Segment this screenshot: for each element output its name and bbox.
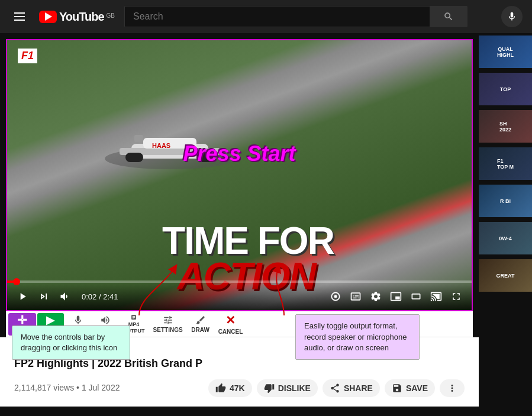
- tooltip-right-text: Easily toggle output format, record spea…: [304, 321, 407, 351]
- mini-player-button[interactable]: [388, 288, 404, 305]
- fullscreen-button[interactable]: [448, 288, 465, 305]
- main-layout: HAAS Press Start TIME FOR ACTION F1: [0, 33, 532, 416]
- more-button[interactable]: [440, 379, 465, 397]
- controls-right: [327, 288, 465, 305]
- theater-icon: [410, 291, 422, 302]
- draw-icon: [195, 315, 206, 325]
- thumbs-up-icon: [215, 383, 226, 394]
- video-background: HAAS Press Start TIME FOR ACTION F1: [7, 40, 472, 310]
- tooltip-left-text: Move the controls bar by dragging or cli…: [21, 333, 117, 352]
- mic-icon: [73, 315, 83, 325]
- sidebar-item-6[interactable]: 0W-4: [479, 222, 532, 254]
- next-button[interactable]: [36, 288, 52, 305]
- youtube-text: YouTube: [59, 10, 104, 24]
- settings-icon: [163, 315, 173, 325]
- sidebar-thumb-img-1: QUALHIGHL: [479, 36, 532, 68]
- search-icon: [443, 11, 454, 22]
- sidebar-thumb-img-5: R BI: [479, 185, 532, 217]
- video-controls: 0:02 / 2:41: [7, 283, 472, 310]
- tooltip-left: Move the controls bar by dragging or cli…: [12, 325, 130, 360]
- video-section: HAAS Press Start TIME FOR ACTION F1: [0, 33, 479, 416]
- sidebar: QUALHIGHL TOP SH2022 F1TOP M R BI 0W-4: [479, 33, 532, 416]
- sidebar-item-5[interactable]: R BI: [479, 185, 532, 217]
- like-count: 47K: [230, 383, 245, 393]
- gear-icon: [370, 291, 382, 302]
- share-button[interactable]: SHARE: [323, 379, 380, 397]
- mini-player-icon: [390, 291, 402, 302]
- cancel-label: CANCEL: [218, 328, 243, 335]
- tooltip-right: Easily toggle output format, record spea…: [295, 314, 420, 360]
- cast-button[interactable]: [428, 288, 444, 305]
- subtitles-icon: [350, 291, 362, 302]
- sidebar-item-7[interactable]: GREAT: [479, 259, 532, 292]
- youtube-play-icon: [45, 12, 52, 21]
- thumbs-down-icon: [264, 383, 275, 394]
- cancel-button[interactable]: ✕ CANCEL: [215, 313, 247, 336]
- header-right: [501, 6, 523, 27]
- sidebar-thumb-img-6: 0W-4: [479, 222, 532, 254]
- youtube-icon: [39, 11, 57, 23]
- dislike-button[interactable]: DISLIKE: [257, 379, 318, 397]
- volume-icon: [59, 291, 71, 302]
- current-time: 0:02: [82, 292, 96, 301]
- separator: •: [76, 383, 82, 392]
- time-display: 0:02 / 2:41: [82, 292, 118, 301]
- cast-icon: [430, 291, 442, 302]
- play-icon: [17, 291, 28, 302]
- search-input[interactable]: [124, 6, 430, 27]
- voice-search-button[interactable]: [501, 6, 523, 27]
- play-pause-button[interactable]: [14, 288, 31, 305]
- volume-button[interactable]: [57, 288, 73, 305]
- search-button[interactable]: [430, 6, 467, 27]
- header-left: YouTube GB: [9, 8, 115, 25]
- settings-label: SETTINGS: [153, 327, 183, 333]
- start-icon: ▶: [46, 314, 54, 327]
- theater-mode-button[interactable]: [408, 288, 424, 305]
- upload-date: 1 Jul 2022: [82, 383, 120, 392]
- chapters-button[interactable]: [327, 288, 344, 305]
- svg-rect-4: [125, 153, 143, 162]
- chapters-icon: [330, 291, 341, 302]
- video-meta: 2,114,817 views • 1 Jul 2022: [14, 383, 120, 392]
- draw-button[interactable]: DRAW: [188, 313, 214, 336]
- save-icon: [392, 383, 402, 394]
- draw-label: DRAW: [191, 327, 209, 333]
- arrow-left-indicator: [115, 262, 163, 321]
- hamburger-menu[interactable]: [9, 8, 30, 25]
- speaker-icon: [100, 315, 111, 325]
- save-button[interactable]: SAVE: [385, 379, 435, 397]
- like-button[interactable]: 47K: [208, 379, 252, 397]
- region-label: GB: [107, 12, 115, 19]
- video-actions: 47K DISLIKE SHARE SAVE: [208, 379, 465, 397]
- search-bar: [124, 6, 467, 27]
- sidebar-thumb-img-3: SH2022: [479, 110, 532, 143]
- save-label: SAVE: [406, 383, 428, 393]
- share-icon: [330, 383, 340, 394]
- sidebar-item-3[interactable]: SH2022: [479, 110, 532, 143]
- subtitles-button[interactable]: [347, 288, 364, 305]
- sidebar-thumb-img-7: GREAT: [479, 259, 532, 292]
- press-start-text: Press Start: [183, 141, 295, 166]
- more-icon: [447, 383, 457, 394]
- fullscreen-icon: [450, 291, 462, 302]
- dislike-label: DISLIKE: [278, 383, 311, 393]
- youtube-logo[interactable]: YouTube GB: [39, 10, 115, 24]
- settings-button[interactable]: [367, 288, 384, 305]
- sidebar-thumb-img-2: TOP: [479, 73, 532, 105]
- cancel-icon: ✕: [225, 313, 236, 327]
- video-player[interactable]: HAAS Press Start TIME FOR ACTION F1: [6, 39, 473, 311]
- view-count: 2,114,817 views: [14, 383, 74, 392]
- header: YouTube GB: [0, 0, 532, 33]
- skip-next-icon: [38, 291, 50, 302]
- f1-logo: F1: [18, 49, 37, 63]
- sidebar-item-4[interactable]: F1TOP M: [479, 147, 532, 180]
- sidebar-thumb-img-4: F1TOP M: [479, 147, 532, 180]
- arrow-right-indicator: [260, 262, 308, 321]
- microphone-icon: [507, 11, 517, 22]
- svg-text:HAAS: HAAS: [152, 142, 170, 149]
- svg-point-9: [334, 295, 337, 298]
- sidebar-item-2[interactable]: TOP: [479, 73, 532, 105]
- sidebar-item-1[interactable]: QUALHIGHL: [479, 36, 532, 68]
- svg-rect-6: [134, 135, 143, 142]
- share-label: SHARE: [344, 383, 373, 393]
